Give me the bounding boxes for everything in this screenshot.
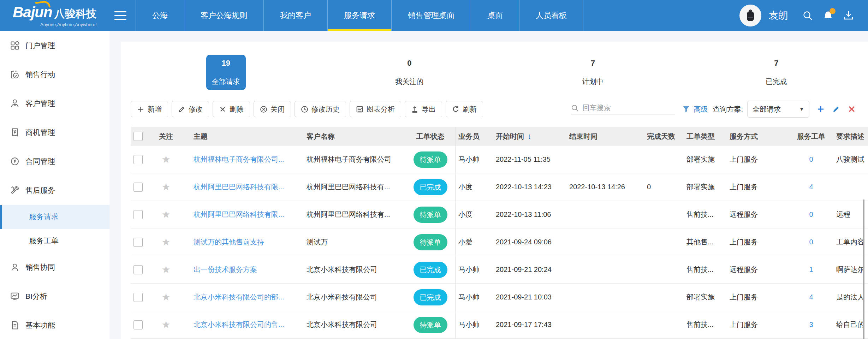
sidebar-item-portal[interactable]: 门户管理 bbox=[0, 31, 109, 60]
sidebar-item-sales-action[interactable]: 销售行动 bbox=[0, 60, 109, 89]
days-to-complete bbox=[643, 228, 686, 256]
download-icon[interactable] bbox=[843, 10, 854, 21]
sidebar-item-after-sales[interactable]: 售后服务 bbox=[0, 176, 109, 205]
row-checkbox[interactable] bbox=[133, 293, 143, 302]
tickets-count-link[interactable]: 4 bbox=[809, 183, 813, 191]
tickets-count-link[interactable]: 3 bbox=[809, 321, 813, 329]
history-button[interactable]: 修改历史 bbox=[295, 101, 346, 117]
ticket-type: 售前技... bbox=[686, 201, 730, 228]
col-type[interactable]: 工单类型 bbox=[686, 127, 730, 146]
subject-link[interactable]: 杭州福林电子商务有限公司... bbox=[194, 155, 284, 164]
menu-toggle-icon[interactable] bbox=[114, 11, 126, 20]
row-checkbox[interactable] bbox=[133, 265, 143, 274]
edit-scheme-button[interactable] bbox=[832, 105, 840, 113]
tab-gonghai[interactable]: 公海 bbox=[136, 0, 184, 31]
sidebar-item-bi-analysis[interactable]: BI分析 bbox=[0, 282, 109, 311]
days-to-complete bbox=[643, 146, 686, 173]
col-end-time[interactable]: 结束时间 bbox=[569, 127, 643, 146]
advanced-search-link[interactable]: 高级 bbox=[694, 105, 708, 114]
subject-link[interactable]: 北京小米科技有限公司的售... bbox=[194, 320, 284, 329]
brand-name-en: Bajun bbox=[13, 4, 52, 21]
edit-button[interactable]: 修改 bbox=[172, 101, 209, 117]
sidebar-item-basic-functions[interactable]: 基本功能 bbox=[0, 311, 109, 339]
tab-sales-desktop[interactable]: 销售管理桌面 bbox=[392, 0, 471, 31]
subject-link[interactable]: 测试万的其他售前支持 bbox=[194, 237, 264, 247]
follow-star-icon[interactable]: ★ bbox=[161, 237, 170, 247]
tickets-count-link[interactable]: 4 bbox=[809, 293, 813, 301]
sort-desc-icon[interactable]: ↓ bbox=[528, 132, 531, 141]
after-sales-icon bbox=[10, 185, 20, 195]
notifications-bell-icon[interactable] bbox=[823, 10, 833, 21]
tickets-count-link[interactable]: 0 bbox=[809, 238, 813, 246]
delete-button[interactable]: 删除 bbox=[213, 101, 250, 117]
col-sales[interactable]: 业务员 bbox=[456, 127, 495, 146]
follow-star-icon[interactable]: ★ bbox=[161, 155, 170, 165]
tab-service-requests[interactable]: 服务请求 bbox=[328, 0, 392, 31]
service-method: 远程服务 bbox=[730, 201, 786, 228]
stat-completed[interactable]: 7 已完成 bbox=[756, 55, 796, 90]
col-days[interactable]: 完成天数 bbox=[643, 127, 686, 146]
subject-link[interactable]: 北京小米科技有限公司的部... bbox=[194, 292, 284, 302]
tickets-count-link[interactable]: 0 bbox=[809, 155, 813, 163]
tab-staff-board[interactable]: 人员看板 bbox=[519, 0, 583, 31]
follow-star-icon[interactable]: ★ bbox=[161, 210, 170, 220]
query-scheme-select[interactable]: 全部请求 ▼ bbox=[747, 101, 809, 118]
sidebar-item-opportunity-mgmt[interactable]: 商机管理 bbox=[0, 118, 109, 147]
status-badge: 待派单 bbox=[414, 207, 447, 223]
add-button[interactable]: 新增 bbox=[131, 101, 168, 117]
tab-my-customers[interactable]: 我的客户 bbox=[264, 0, 328, 31]
col-tickets[interactable]: 服务工单 bbox=[786, 127, 836, 146]
delete-scheme-button[interactable] bbox=[848, 105, 856, 113]
col-customer[interactable]: 客户名称 bbox=[295, 127, 405, 146]
tab-desktop[interactable]: 桌面 bbox=[471, 0, 519, 31]
row-checkbox[interactable] bbox=[133, 155, 143, 164]
service-method: 远程服务 bbox=[730, 256, 786, 283]
avatar[interactable] bbox=[739, 5, 761, 26]
row-checkbox[interactable] bbox=[133, 238, 143, 247]
tickets-count-link[interactable]: 0 bbox=[809, 210, 813, 219]
col-status[interactable]: 工单状态 bbox=[405, 127, 456, 146]
subject-link[interactable]: 出一份技术服务方案 bbox=[194, 265, 257, 274]
col-subject[interactable]: 主题 bbox=[182, 127, 295, 146]
col-description[interactable]: 要求描述 bbox=[836, 127, 868, 146]
sidebar-subitem-service-requests[interactable]: 服务请求 bbox=[0, 205, 109, 229]
user-name[interactable]: 袁朗 bbox=[768, 9, 788, 22]
chart-analysis-button[interactable]: 图表分析 bbox=[350, 101, 401, 117]
subject-link[interactable]: 杭州阿里巴巴网络科技有限... bbox=[194, 210, 284, 219]
search-input[interactable] bbox=[582, 104, 675, 112]
history-icon bbox=[301, 106, 308, 113]
table-row: ★ 杭州阿里巴巴网络科技有限... 杭州阿里巴巴网络科技有... 已完成 小度 … bbox=[131, 173, 868, 201]
sidebar-item-customer-mgmt[interactable]: 客户管理 bbox=[0, 89, 109, 118]
subject-link[interactable]: 杭州阿里巴巴网络科技有限... bbox=[194, 182, 284, 192]
row-checkbox[interactable] bbox=[133, 183, 143, 192]
refresh-button[interactable]: 刷新 bbox=[446, 101, 483, 117]
end-time bbox=[569, 284, 643, 311]
stat-all-requests[interactable]: 19 全部请求 bbox=[206, 55, 246, 90]
days-to-complete bbox=[643, 201, 686, 228]
stat-my-followed[interactable]: 0 我关注的 bbox=[390, 55, 429, 90]
sidebar-item-contract-mgmt[interactable]: 合同管理 bbox=[0, 147, 109, 176]
col-follow[interactable]: 关注 bbox=[150, 127, 182, 146]
vertical-scrollbar[interactable] bbox=[863, 200, 864, 339]
filter-funnel-icon[interactable] bbox=[682, 105, 690, 113]
col-method[interactable]: 服务方式 bbox=[730, 127, 786, 146]
search-icon[interactable] bbox=[802, 10, 813, 21]
days-to-complete bbox=[643, 284, 686, 311]
close-button[interactable]: 关闭 bbox=[254, 101, 291, 117]
sidebar-subitem-service-tickets[interactable]: 服务工单 bbox=[0, 229, 109, 253]
start-time: 2022-11-05 11:35 bbox=[495, 146, 569, 173]
add-scheme-button[interactable] bbox=[816, 105, 825, 113]
select-all-checkbox[interactable] bbox=[133, 132, 143, 141]
col-start-time[interactable]: 开始时间 ↓ bbox=[495, 127, 569, 146]
follow-star-icon[interactable]: ★ bbox=[161, 292, 170, 302]
export-button[interactable]: 导出 bbox=[405, 101, 442, 117]
follow-star-icon[interactable]: ★ bbox=[161, 182, 170, 192]
sidebar-item-sales-collaboration[interactable]: 销售协同 bbox=[0, 253, 109, 282]
follow-star-icon[interactable]: ★ bbox=[161, 320, 170, 330]
tab-gonghai-rules[interactable]: 客户公海规则 bbox=[184, 0, 264, 31]
row-checkbox[interactable] bbox=[133, 320, 143, 329]
tickets-count-link[interactable]: 1 bbox=[809, 266, 813, 274]
row-checkbox[interactable] bbox=[133, 210, 143, 219]
stat-planned[interactable]: 7 计划中 bbox=[573, 55, 613, 90]
follow-star-icon[interactable]: ★ bbox=[161, 265, 170, 275]
